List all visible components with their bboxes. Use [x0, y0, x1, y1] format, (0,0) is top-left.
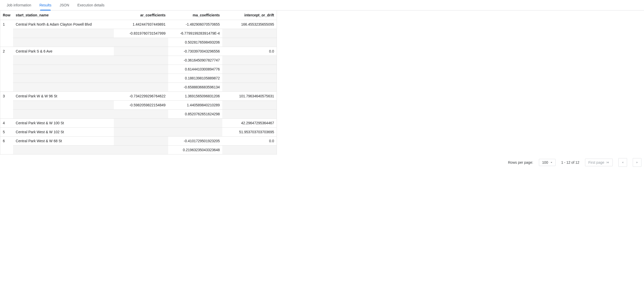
- cell-ma-coefficients: 0.5028176598493206: [168, 38, 223, 47]
- header-ar-coefficients: ar_coefficients: [114, 11, 168, 20]
- chevron-down-icon: [550, 161, 553, 164]
- table-row: 0.21963235043323648: [0, 146, 277, 155]
- first-page-button[interactable]: First page: [585, 159, 613, 166]
- cell-row-number: 3: [0, 92, 13, 119]
- cell-ar-coefficients: [114, 38, 168, 47]
- cell-station-name-empty: [13, 65, 114, 74]
- cell-row-number: 6: [0, 137, 13, 155]
- cell-ar-coefficients: [114, 146, 168, 155]
- table-row: 4Central Park West & W 100 St42.29647295…: [0, 119, 277, 128]
- cell-intercept: 166.4553235655095: [222, 20, 277, 29]
- header-intercept: intercept_or_drift: [222, 11, 277, 20]
- cell-station-name: Central Park W & W 96 St: [13, 92, 114, 101]
- cell-intercept: [222, 146, 277, 155]
- cell-intercept: 0.0: [222, 137, 277, 146]
- table-row: 0.6144410300894776: [0, 65, 277, 74]
- cell-row-number: 2: [0, 47, 13, 92]
- cell-intercept: [222, 83, 277, 92]
- cell-station-name: Central Park West & W 102 St: [13, 128, 114, 137]
- cell-intercept: [222, 56, 277, 65]
- cell-ar-coefficients: [114, 119, 168, 128]
- cell-intercept: [222, 110, 277, 119]
- cell-ar-coefficients: [114, 137, 168, 146]
- results-table-container: Row start_station_name ar_coefficients m…: [0, 11, 277, 155]
- cell-ma-coefficients: -0.6588836683596134: [168, 83, 223, 92]
- cell-ma-coefficients: -1.482906070570655: [168, 20, 223, 29]
- cell-row-number: 1: [0, 20, 13, 47]
- table-row: 6Central Park West & W 68 St-0.410172950…: [0, 137, 277, 146]
- cell-intercept: 101.79634640575631: [222, 92, 277, 101]
- next-page-button[interactable]: [633, 158, 641, 167]
- cell-ma-coefficients: 1.440589840210289: [168, 101, 223, 110]
- cell-intercept: 0.0: [222, 47, 277, 56]
- table-row: 3Central Park W & W 96 St-0.734229929676…: [0, 92, 277, 101]
- prev-page-button[interactable]: [618, 158, 627, 167]
- table-row: 1Central Park North & Adam Clayton Powel…: [0, 20, 277, 29]
- cell-ma-coefficients: 0.21963235043323648: [168, 146, 223, 155]
- cell-ma-coefficients: [168, 128, 223, 137]
- first-page-icon: [606, 161, 609, 164]
- cell-ar-coefficients: -0.8319760731547999: [114, 29, 168, 38]
- first-page-label: First page: [588, 160, 604, 164]
- pagination-footer: Rows per page: 100 1 - 12 of 12 First pa…: [0, 155, 644, 170]
- cell-station-name-empty: [13, 56, 114, 65]
- table-row: -0.6588836683596134: [0, 83, 277, 92]
- cell-ma-coefficients: -6.779919928391479E-4: [168, 29, 223, 38]
- cell-ar-coefficients: [114, 47, 168, 56]
- table-row: 0.1881398105889872: [0, 74, 277, 83]
- cell-ar-coefficients: [114, 56, 168, 65]
- cell-station-name-empty: [13, 101, 114, 110]
- table-row: 2Central Park S & 6 Ave-0.73039700432965…: [0, 47, 277, 56]
- tab-results[interactable]: Results: [35, 0, 56, 10]
- cell-intercept: [222, 65, 277, 74]
- cell-ma-coefficients: 1.3691565096831206: [168, 92, 223, 101]
- cell-ma-coefficients: [168, 119, 223, 128]
- cell-station-name-empty: [13, 38, 114, 47]
- tab-bar: Job information Results JSON Execution d…: [0, 0, 644, 11]
- header-row: Row: [0, 11, 13, 20]
- header-start-station-name: start_station_name: [13, 11, 114, 20]
- table-row: 5Central Park West & W 102 St51.95370370…: [0, 128, 277, 137]
- cell-row-number: 4: [0, 119, 13, 128]
- tab-execution-details[interactable]: Execution details: [73, 0, 109, 10]
- header-ma-coefficients: ma_coefficients: [168, 11, 223, 20]
- cell-ma-coefficients: 0.8520762651624298: [168, 110, 223, 119]
- cell-ar-coefficients: 1.442447937449891: [114, 20, 168, 29]
- cell-station-name: Central Park S & 6 Ave: [13, 47, 114, 56]
- cell-intercept: 42.29647295364467: [222, 119, 277, 128]
- cell-row-number: 5: [0, 128, 13, 137]
- rows-per-page-select[interactable]: 100: [539, 159, 556, 166]
- cell-ma-coefficients: -0.7303970043296556: [168, 47, 223, 56]
- cell-intercept: [222, 29, 277, 38]
- table-row: -0.59820598221548491.440589840210289: [0, 101, 277, 110]
- cell-ma-coefficients: 0.6144410300894776: [168, 65, 223, 74]
- cell-intercept: [222, 38, 277, 47]
- cell-ar-coefficients: -0.5982059822154849: [114, 101, 168, 110]
- cell-ar-coefficients: [114, 83, 168, 92]
- chevron-left-icon: [621, 161, 625, 164]
- cell-station-name-empty: [13, 83, 114, 92]
- tab-json[interactable]: JSON: [55, 0, 73, 10]
- table-row: -0.3616450907827747: [0, 56, 277, 65]
- rows-per-page-value: 100: [542, 160, 548, 164]
- pagination-range: 1 - 12 of 12: [561, 160, 579, 164]
- table-row: -0.8319760731547999-6.779919928391479E-4: [0, 29, 277, 38]
- rows-per-page-label: Rows per page:: [508, 160, 533, 164]
- cell-ar-coefficients: [114, 128, 168, 137]
- cell-station-name-empty: [13, 74, 114, 83]
- cell-ar-coefficients: [114, 74, 168, 83]
- cell-ma-coefficients: -0.4101729501923205: [168, 137, 223, 146]
- cell-intercept: [222, 74, 277, 83]
- cell-ar-coefficients: [114, 110, 168, 119]
- results-table: Row start_station_name ar_coefficients m…: [0, 11, 277, 155]
- chevron-right-icon: [635, 161, 639, 164]
- table-row: 0.5028176598493206: [0, 38, 277, 47]
- cell-station-name-empty: [13, 146, 114, 155]
- tab-job-information[interactable]: Job information: [3, 0, 35, 10]
- cell-station-name-empty: [13, 29, 114, 38]
- cell-station-name: Central Park North & Adam Clayton Powell…: [13, 20, 114, 29]
- cell-intercept: [222, 101, 277, 110]
- table-row: 0.8520762651624298: [0, 110, 277, 119]
- cell-station-name: Central Park West & W 100 St: [13, 119, 114, 128]
- table-header-row: Row start_station_name ar_coefficients m…: [0, 11, 277, 20]
